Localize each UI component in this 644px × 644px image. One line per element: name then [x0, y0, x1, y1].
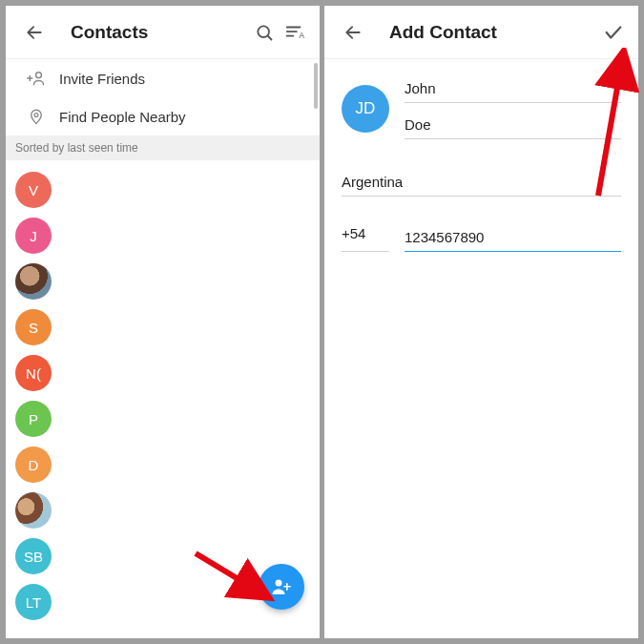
contacts-screen: Contacts A Invite Friends Find People Ne…: [6, 6, 320, 638]
avatar: [15, 492, 52, 529]
contacts-title: Contacts: [71, 22, 249, 43]
avatar: P: [15, 401, 52, 437]
add-contact-form: JD: [324, 59, 638, 252]
avatar: D: [15, 447, 52, 483]
nearby-label: Find People Nearby: [59, 109, 186, 125]
avatar: LT: [15, 584, 52, 620]
avatar: N(: [15, 355, 52, 391]
dial-code-input[interactable]: [342, 216, 389, 252]
add-contact-title: Add Contact: [389, 22, 598, 43]
country-input[interactable]: [342, 168, 621, 197]
svg-point-11: [276, 580, 282, 587]
contacts-list-wrap: Invite Friends Find People Nearby Sorted…: [6, 59, 320, 638]
add-contact-screen: Add Contact JD: [324, 6, 638, 638]
add-contact-fab[interactable]: [259, 564, 304, 610]
search-icon[interactable]: [249, 17, 280, 48]
invite-icon: [23, 69, 50, 88]
scrollbar-thumb[interactable]: [314, 63, 318, 109]
contact-row[interactable]: [15, 488, 320, 532]
first-name-input[interactable]: [405, 74, 621, 103]
sort-icon[interactable]: A: [280, 17, 310, 48]
invite-label: Invite Friends: [59, 71, 145, 87]
avatar: SB: [15, 538, 52, 574]
avatar: S: [15, 309, 52, 345]
avatar: J: [15, 218, 52, 254]
location-icon: [23, 107, 50, 126]
avatar: [15, 263, 52, 300]
add-contact-appbar: Add Contact: [324, 6, 638, 59]
svg-line-2: [268, 35, 272, 39]
contact-row[interactable]: J: [15, 214, 320, 258]
back-icon[interactable]: [338, 17, 368, 48]
back-icon[interactable]: [19, 17, 50, 48]
contact-row[interactable]: N(: [15, 351, 320, 395]
find-nearby-row[interactable]: Find People Nearby: [6, 97, 320, 135]
invite-friends-row[interactable]: Invite Friends: [6, 59, 320, 97]
sort-header: Sorted by last seen time: [6, 135, 320, 160]
contacts-appbar: Contacts A: [6, 6, 320, 59]
svg-text:A: A: [300, 31, 305, 40]
contact-row[interactable]: S: [15, 305, 320, 349]
avatar: JD: [342, 85, 389, 133]
svg-point-9: [36, 73, 42, 78]
confirm-icon[interactable]: [598, 17, 629, 48]
avatar: V: [15, 172, 52, 208]
svg-point-10: [34, 114, 38, 117]
name-block: JD: [342, 74, 621, 139]
contact-row[interactable]: V: [15, 168, 320, 212]
phone-input[interactable]: [405, 223, 621, 252]
last-name-input[interactable]: [405, 111, 621, 139]
svg-rect-13: [283, 586, 291, 588]
contact-row[interactable]: D: [15, 443, 320, 487]
contact-row[interactable]: [15, 260, 320, 303]
phone-row: [342, 216, 621, 252]
contact-row[interactable]: P: [15, 397, 320, 441]
